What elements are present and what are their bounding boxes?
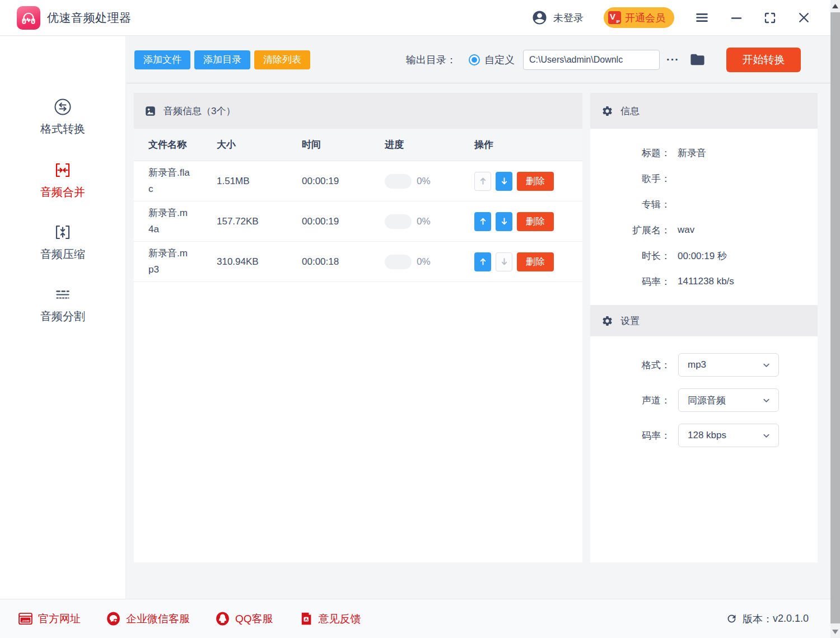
website-dotcom-icon: .com	[18, 611, 33, 626]
app-title: 优速音频处理器	[47, 10, 132, 26]
info-label: 时长：	[590, 250, 670, 262]
delete-button[interactable]: 删除	[517, 172, 554, 191]
svg-text:.com: .com	[22, 619, 30, 622]
gear-icon	[601, 105, 613, 117]
setting-label: 码率：	[590, 429, 670, 442]
gear-icon	[601, 315, 613, 327]
add-file-button[interactable]: 添加文件	[134, 50, 190, 69]
output-path-input[interactable]	[523, 50, 660, 70]
login-status[interactable]: 未登录	[531, 10, 584, 26]
table-row[interactable]: 新录音.mp3 310.94KB 00:00:18 0% 删除	[134, 242, 582, 282]
wechat-service-icon	[106, 611, 121, 626]
move-up-button[interactable]	[474, 252, 491, 271]
file-panel-title: 音频信息（3个）	[164, 105, 235, 118]
sidebar-item-audio-split[interactable]: 音频分割	[0, 284, 125, 324]
scrollbar-thumb[interactable]	[830, 12, 840, 623]
arrow-down-icon	[500, 257, 509, 266]
output-dir-label: 输出目录：	[406, 53, 456, 67]
file-name: 新录音.m4a	[148, 205, 192, 237]
close-button[interactable]	[797, 11, 811, 25]
file-time: 00:00:19	[302, 216, 385, 227]
delete-button[interactable]: 删除	[517, 212, 554, 231]
chevron-down-icon	[762, 396, 771, 405]
open-folder-button[interactable]	[689, 51, 706, 68]
sidebar-item-audio-compress[interactable]: 音频压缩	[0, 222, 125, 262]
file-panel-header: 音频信息（3个）	[134, 93, 582, 129]
login-label[interactable]: 未登录	[553, 11, 584, 25]
setting-label: 声道：	[590, 394, 670, 407]
minimize-icon	[730, 11, 743, 25]
triangle-down-icon	[832, 630, 838, 634]
move-down-button[interactable]	[496, 172, 512, 191]
arrow-down-icon	[500, 176, 509, 186]
arrow-up-icon	[478, 257, 488, 266]
start-convert-button[interactable]: 开始转换	[726, 48, 801, 72]
footer-link-label: 企业微信客服	[126, 612, 190, 626]
minimize-button[interactable]	[730, 11, 743, 25]
bitrate-select[interactable]: 128 kbps	[678, 424, 779, 447]
col-time: 时间	[302, 138, 385, 151]
info-label: 扩展名：	[590, 224, 670, 237]
triangle-up-icon	[832, 4, 838, 8]
move-down-button	[496, 252, 512, 271]
add-directory-button[interactable]: 添加目录	[194, 50, 250, 69]
progress-value: 0%	[417, 216, 431, 227]
window-scrollbar	[830, 0, 840, 638]
scroll-down-button[interactable]	[830, 626, 840, 638]
info-value: 1411238 kb/s	[678, 276, 734, 287]
table-row[interactable]: 新录音.flac 1.51MB 00:00:19 0% 删除	[134, 161, 582, 201]
menu-button[interactable]	[694, 10, 710, 25]
scroll-up-button[interactable]	[830, 0, 840, 12]
vip-button[interactable]: VIP 开通会员	[604, 7, 674, 28]
col-size: 大小	[217, 138, 302, 151]
file-time: 00:00:19	[302, 176, 385, 187]
audio-info-icon	[144, 105, 156, 117]
move-down-button[interactable]	[496, 212, 512, 231]
sidebar-item-audio-merge[interactable]: 音频合并	[0, 160, 125, 200]
format-select[interactable]: mp3	[678, 353, 779, 377]
vip-badge-icon: VIP	[608, 11, 621, 24]
custom-radio[interactable]	[469, 54, 480, 65]
info-fields: 标题：新录音 歌手： 专辑： 扩展名：wav 时长：00:00:19 秒 码率：…	[590, 129, 818, 305]
info-value: 新录音	[678, 147, 706, 160]
info-label: 码率：	[590, 275, 670, 288]
arrow-up-icon	[478, 176, 488, 186]
file-list-panel: 音频信息（3个） 文件名称 大小 时间 进度 操作 新录音.flac 1.51M…	[134, 93, 582, 562]
file-time: 00:00:18	[302, 256, 385, 268]
delete-button[interactable]: 删除	[517, 252, 554, 271]
wechat-service-link[interactable]: 企业微信客服	[106, 611, 190, 626]
info-label: 标题：	[590, 147, 670, 160]
progress-bar	[385, 174, 412, 189]
app-logo-headphones-icon	[17, 6, 40, 30]
table-row[interactable]: 新录音.m4a 157.72KB 00:00:19 0% 删除	[134, 201, 582, 242]
info-label: 专辑：	[590, 198, 670, 211]
progress-bar	[385, 214, 412, 229]
col-progress: 进度	[385, 138, 474, 151]
custom-radio-label[interactable]: 自定义	[484, 53, 515, 67]
channel-select[interactable]: 同源音频	[678, 388, 779, 412]
info-panel-title: 信息	[620, 105, 640, 118]
settings-panel-title: 设置	[620, 315, 640, 327]
app-window: 优速音频处理器 未登录 VIP 开通会员	[0, 0, 840, 638]
version-label: 版本：	[743, 612, 773, 626]
feedback-link[interactable]: 意见反馈	[298, 611, 361, 626]
clear-list-button[interactable]: 清除列表	[254, 50, 310, 69]
browse-more-button[interactable]: ···	[666, 53, 679, 66]
qq-service-link[interactable]: QQ客服	[215, 611, 273, 626]
info-value: 00:00:19 秒	[678, 250, 727, 262]
official-website-link[interactable]: .com 官方网址	[18, 611, 81, 626]
info-value: wav	[678, 224, 694, 236]
file-size: 1.51MB	[217, 176, 302, 187]
maximize-button[interactable]	[763, 11, 777, 25]
setting-label: 格式：	[590, 359, 670, 372]
sidebar-item-label: 格式转换	[40, 121, 85, 137]
footer-link-label: 意见反馈	[319, 612, 361, 626]
move-up-button[interactable]	[474, 212, 491, 231]
sidebar-item-format-convert[interactable]: 格式转换	[0, 97, 125, 137]
col-filename: 文件名称	[134, 138, 217, 151]
progress-value: 0%	[417, 256, 431, 268]
info-label: 歌手：	[590, 172, 670, 185]
refresh-icon	[726, 613, 738, 625]
footer-link-label: QQ客服	[235, 612, 273, 626]
move-up-button	[474, 172, 491, 191]
